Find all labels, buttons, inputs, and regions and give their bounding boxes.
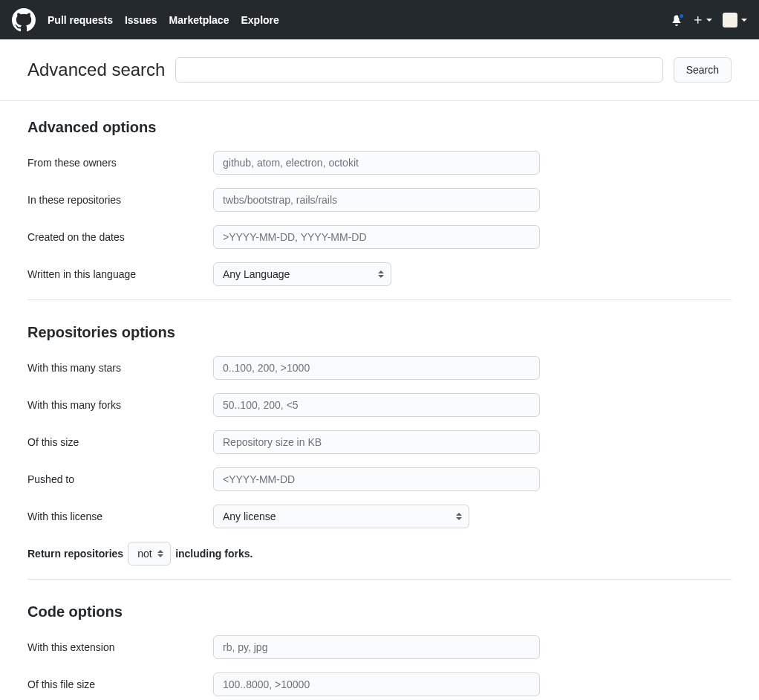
field-row-forks: With this many forks <box>27 393 732 417</box>
input-repos[interactable] <box>213 188 540 212</box>
label-pushed: Pushed to <box>27 473 213 485</box>
header-left: Pull requests Issues Marketplace Explore <box>12 8 279 32</box>
label-forks: With this many forks <box>27 399 213 411</box>
field-row-extension: With this extension <box>27 635 732 659</box>
input-forks[interactable] <box>213 393 540 417</box>
page-title: Advanced search <box>27 59 165 80</box>
field-row-stars: With this many stars <box>27 356 732 380</box>
code-options-section: Code options With this extension Of this… <box>27 586 732 700</box>
caret-down-icon <box>741 19 747 22</box>
input-owners[interactable] <box>213 151 540 175</box>
input-stars[interactable] <box>213 356 540 380</box>
create-new-dropdown[interactable] <box>693 15 712 25</box>
select-language[interactable]: Any Language <box>213 262 391 286</box>
select-include-forks[interactable]: not <box>128 542 171 565</box>
user-menu-dropdown[interactable] <box>723 13 747 27</box>
field-row-language: Written in this language Any Language <box>27 262 732 286</box>
input-extension[interactable] <box>213 635 540 659</box>
search-button[interactable]: Search <box>674 57 732 82</box>
label-repos: In these repositories <box>27 194 213 206</box>
section-heading-advanced: Advanced options <box>27 119 732 136</box>
label-return-repos-pre: Return repositories <box>27 548 123 560</box>
header-right <box>671 13 747 27</box>
repositories-options-section: Repositories options With this many star… <box>27 306 732 586</box>
label-owners: From these owners <box>27 157 213 169</box>
global-header: Pull requests Issues Marketplace Explore <box>0 0 759 39</box>
field-row-created: Created on the dates <box>27 225 732 249</box>
primary-nav: Pull requests Issues Marketplace Explore <box>48 14 279 26</box>
label-created: Created on the dates <box>27 231 213 243</box>
notifications-button[interactable] <box>671 14 683 26</box>
field-row-pushed: Pushed to <box>27 467 732 491</box>
nav-marketplace[interactable]: Marketplace <box>169 14 229 26</box>
field-row-filesize: Of this file size <box>27 673 732 696</box>
label-stars: With this many stars <box>27 362 213 374</box>
nav-issues[interactable]: Issues <box>125 14 157 26</box>
field-row-size: Of this size <box>27 430 732 454</box>
advanced-search-bar: Advanced search Search <box>27 39 732 100</box>
label-license: With this license <box>27 511 213 522</box>
label-return-repos-post: including forks. <box>175 548 253 560</box>
label-language: Written in this language <box>27 268 213 280</box>
caret-down-icon <box>706 19 712 22</box>
label-extension: With this extension <box>27 641 213 653</box>
section-heading-repositories: Repositories options <box>27 324 732 341</box>
field-row-license: With this license Any license <box>27 505 732 528</box>
input-size[interactable] <box>213 430 540 454</box>
notification-indicator-icon <box>678 13 685 19</box>
input-created[interactable] <box>213 225 540 249</box>
nav-pull-requests[interactable]: Pull requests <box>48 14 113 26</box>
field-row-owners: From these owners <box>27 151 732 175</box>
github-logo-icon[interactable] <box>12 8 36 32</box>
input-pushed[interactable] <box>213 467 540 491</box>
select-license[interactable]: Any license <box>213 505 469 528</box>
advanced-options-section: Advanced options From these owners In th… <box>27 101 732 306</box>
label-size: Of this size <box>27 436 213 448</box>
avatar <box>723 13 737 27</box>
field-row-repos: In these repositories <box>27 188 732 212</box>
label-filesize: Of this file size <box>27 678 213 690</box>
nav-explore[interactable]: Explore <box>241 14 278 26</box>
advanced-search-input[interactable] <box>175 57 662 82</box>
section-heading-code: Code options <box>27 603 732 620</box>
field-row-include-forks: Return repositories not including forks. <box>27 542 732 565</box>
input-filesize[interactable] <box>213 673 540 696</box>
